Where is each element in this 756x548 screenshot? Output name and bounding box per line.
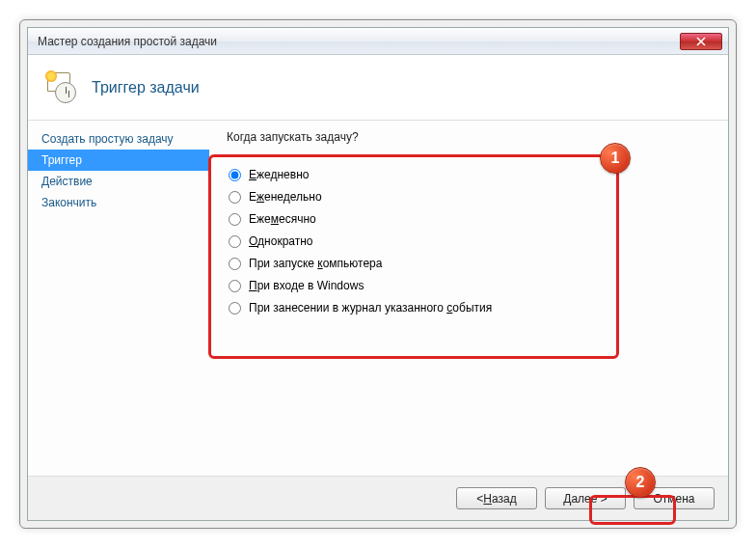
sidebar-item-create[interactable]: Создать простую задачу [28,128,209,150]
radio-monthly[interactable] [229,213,241,226]
cancel-button[interactable]: Отмена [634,487,715,509]
radio-label: Ежедневно [249,168,309,181]
radio-label: При запуске компьютера [249,257,382,270]
sidebar-item-action[interactable]: Действие [28,171,209,192]
trigger-question: Когда запускать задачу? [227,130,711,144]
radio-option-logon[interactable]: При входе в Windows [229,279,709,292]
radio-option-daily[interactable]: Ежедневно [229,168,709,181]
radio-daily[interactable] [229,169,241,181]
radio-option-startup[interactable]: При запуске компьютера [229,257,709,270]
radio-weekly[interactable] [229,191,241,204]
radio-event[interactable] [229,302,241,315]
close-icon [696,37,706,46]
wizard-window: Мастер создания простой задачи Триггер з… [27,27,729,521]
radio-option-monthly[interactable]: Ежемесячно [229,212,709,226]
wizard-main: Когда запускать задачу? Ежедневно Еженед… [209,121,728,476]
radio-label: При занесении в журнал указанного событи… [249,301,492,315]
window-title: Мастер создания простой задачи [38,35,680,48]
wizard-footer: < Назад Далее > Отмена [28,476,728,520]
radio-label: Ежемесячно [249,212,316,226]
titlebar: Мастер создания простой задачи [28,28,728,55]
radio-label: Еженедельно [249,190,322,204]
close-button[interactable] [680,33,722,50]
radio-option-weekly[interactable]: Еженедельно [229,190,709,204]
back-button[interactable]: < Назад [456,487,537,509]
radio-logon[interactable] [229,280,241,292]
radio-label: Однократно [249,234,313,248]
sidebar-item-finish[interactable]: Закончить [28,192,209,213]
radio-startup[interactable] [229,258,241,270]
next-button[interactable]: Далее > [545,487,626,509]
radio-option-event[interactable]: При занесении в журнал указанного событи… [229,301,709,315]
radio-label: При входе в Windows [249,279,364,292]
wizard-body: Создать простую задачу Триггер Действие … [28,121,728,476]
window-outer-frame: Мастер создания простой задачи Триггер з… [19,19,737,529]
radio-once[interactable] [229,235,241,248]
wizard-sidebar: Создать простую задачу Триггер Действие … [28,121,209,476]
task-clock-icon [47,72,78,103]
sidebar-item-trigger[interactable]: Триггер [28,150,209,171]
trigger-radio-group: Ежедневно Еженедельно Ежемесячно Однокра… [227,155,711,327]
page-title: Триггер задачи [92,79,200,96]
radio-option-once[interactable]: Однократно [229,234,709,248]
wizard-header: Триггер задачи [28,55,728,121]
